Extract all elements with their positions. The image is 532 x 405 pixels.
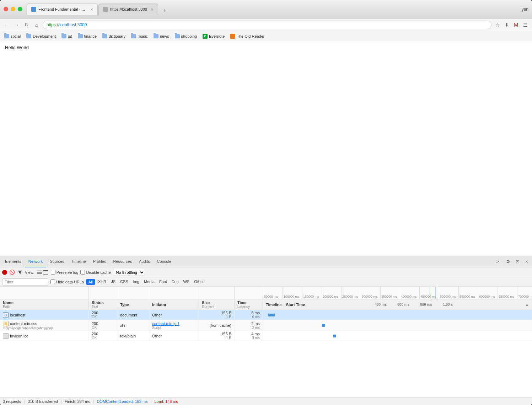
folder-icon xyxy=(131,34,136,38)
th-name[interactable]: Name Path xyxy=(0,299,89,310)
bookmark-music[interactable]: music xyxy=(130,33,149,39)
preserve-log-checkbox[interactable] xyxy=(51,270,55,275)
view-label: View: xyxy=(25,270,34,275)
hello-world-text: Hello World xyxy=(5,45,29,50)
devtools-tab-audits[interactable]: Audits xyxy=(135,256,154,267)
preserve-log-label[interactable]: Preserve log xyxy=(51,270,79,275)
tab-frontend-fundamental[interactable]: Frontend Fundamental - H... × xyxy=(27,4,98,15)
devtools-settings-icon[interactable]: ⚙ xyxy=(504,258,512,266)
maximize-button[interactable] xyxy=(18,7,22,11)
th-size[interactable]: Size Content xyxy=(199,299,235,310)
bookmark-git[interactable]: git xyxy=(60,33,74,39)
minimize-button[interactable] xyxy=(11,7,15,11)
filter-all[interactable]: All xyxy=(86,279,95,285)
timeline-mark: 250000 ms xyxy=(341,287,361,299)
tab-favicon-2 xyxy=(103,7,108,12)
tab-localhost[interactable]: https://localhost:3000 × xyxy=(98,4,158,15)
timeline-mark: 450000 ms xyxy=(419,287,439,299)
network-row-content-min-css[interactable]: ⊞ content.min.css mgijmajocgfcbeboacabfg… xyxy=(0,320,532,331)
bookmark-shopping[interactable]: shopping xyxy=(173,33,199,39)
forward-button[interactable]: → xyxy=(13,21,21,29)
url-input[interactable]: https://localhost:3000 xyxy=(43,21,491,29)
timeline-mark: 200000 ms xyxy=(322,287,341,299)
bookmark-news[interactable]: news xyxy=(152,33,171,39)
bookmark-oldreader[interactable]: The Old Reader xyxy=(229,33,266,39)
tab-close-1[interactable]: × xyxy=(90,7,93,12)
filter-css[interactable]: CSS xyxy=(118,279,130,285)
filter-xhr[interactable]: XHR xyxy=(96,279,108,285)
filter-bar: Hide data URLs All XHR JS CSS Img Media … xyxy=(0,277,532,287)
bookmark-social[interactable]: social xyxy=(3,33,22,39)
home-button[interactable]: ⌂ xyxy=(33,21,41,29)
td-timeline-localhost xyxy=(263,310,532,320)
devtools-tab-profiles[interactable]: Profiles xyxy=(90,256,110,267)
svg-rect-0 xyxy=(37,271,42,271)
td-size-favicon: 155 B 11 B xyxy=(199,331,235,341)
td-status-content-min-css: 200 OK xyxy=(89,320,117,331)
devtools-tab-console[interactable]: Console xyxy=(154,256,175,267)
new-tab-button[interactable]: + xyxy=(160,6,170,15)
disable-cache-label[interactable]: Disable cache xyxy=(80,270,111,275)
close-button[interactable] xyxy=(4,7,8,11)
filter-input[interactable] xyxy=(2,278,48,286)
td-initiator-favicon: Other xyxy=(149,331,199,341)
filter-js[interactable]: JS xyxy=(109,279,117,285)
filter-icon[interactable] xyxy=(17,270,23,275)
th-status[interactable]: Status Text xyxy=(89,299,117,310)
filter-img[interactable]: Img xyxy=(131,279,141,285)
throttle-select[interactable]: No throttling xyxy=(113,269,145,276)
network-row-localhost[interactable]: ⊡ localhost 200 OK document xyxy=(0,310,532,320)
clear-log-icon[interactable]: 🚫 xyxy=(9,270,15,275)
bookmark-star-icon[interactable]: ☆ xyxy=(494,21,501,29)
bookmark-evernote[interactable]: E Evernote xyxy=(201,33,226,39)
view-toggle xyxy=(37,270,49,275)
refresh-button[interactable]: ↻ xyxy=(23,21,31,29)
record-button[interactable] xyxy=(2,270,7,275)
bookmark-dictionary[interactable]: dictionary xyxy=(101,33,127,39)
timeline-mark: 650000 ms xyxy=(498,287,517,299)
th-timeline[interactable]: Timeline – Start Time 400 ms 600 ms 800 … xyxy=(263,299,532,310)
filter-media[interactable]: Media xyxy=(142,279,156,285)
devtools-tab-network[interactable]: Network xyxy=(25,256,46,267)
disable-cache-checkbox[interactable] xyxy=(80,270,85,275)
group-view-icon[interactable] xyxy=(43,270,49,275)
tab-close-2[interactable]: × xyxy=(151,7,154,12)
menu-icon[interactable]: ☰ xyxy=(521,21,529,29)
devtools-tab-elements[interactable]: Elements xyxy=(1,256,25,267)
th-time[interactable]: Time Latency xyxy=(235,299,263,310)
bookmark-finance[interactable]: finance xyxy=(76,33,98,39)
domcontent-loaded-time: DOMContentLoaded: 193 ms xyxy=(97,399,147,404)
hide-data-urls-label[interactable]: Hide data URLs xyxy=(50,279,84,284)
devtools-tab-sources[interactable]: Sources xyxy=(46,256,68,267)
back-button[interactable]: ← xyxy=(3,21,11,29)
filter-ws[interactable]: WS xyxy=(181,279,191,285)
filter-font[interactable]: Font xyxy=(157,279,169,285)
network-row-favicon[interactable]: favicon.ico 200 OK text/plain xyxy=(0,331,532,341)
hide-data-urls-checkbox[interactable] xyxy=(50,279,55,284)
row-icon-doc: ⊡ xyxy=(3,312,9,318)
oldreader-icon xyxy=(230,34,235,39)
list-view-icon[interactable] xyxy=(37,270,42,275)
td-timeline-favicon xyxy=(263,331,532,341)
th-initiator[interactable]: Initiator xyxy=(149,299,199,310)
bookmark-social-label: social xyxy=(11,34,21,38)
filter-doc[interactable]: Doc xyxy=(170,279,181,285)
th-type[interactable]: Type xyxy=(117,299,149,310)
bookmark-development[interactable]: Development xyxy=(25,33,57,39)
gmail-icon[interactable]: M xyxy=(512,21,520,29)
bookmark-shopping-label: shopping xyxy=(181,34,197,38)
devtools-tab-resources[interactable]: Resources xyxy=(109,256,135,267)
timeline-mark: 500000 ms xyxy=(439,287,458,299)
bookmark-git-label: git xyxy=(68,34,72,38)
devtools-dock-icon[interactable]: ⊡ xyxy=(514,258,521,266)
network-content: 50000 ms 100000 ms 150000 ms 200000 ms 2… xyxy=(0,287,532,405)
devtools-console-drawer-icon[interactable]: >_ xyxy=(495,258,503,266)
bookmark-dictionary-label: dictionary xyxy=(109,34,125,38)
devtools-tab-timeline[interactable]: Timeline xyxy=(68,256,90,267)
filter-other[interactable]: Other xyxy=(192,279,206,285)
devtools-close-icon[interactable]: × xyxy=(523,258,531,266)
folder-icon xyxy=(26,34,31,38)
download-icon[interactable]: ⬇ xyxy=(503,21,511,29)
row-icon-css: ⊞ xyxy=(3,321,9,326)
load-time: Load: 148 ms xyxy=(154,399,178,404)
